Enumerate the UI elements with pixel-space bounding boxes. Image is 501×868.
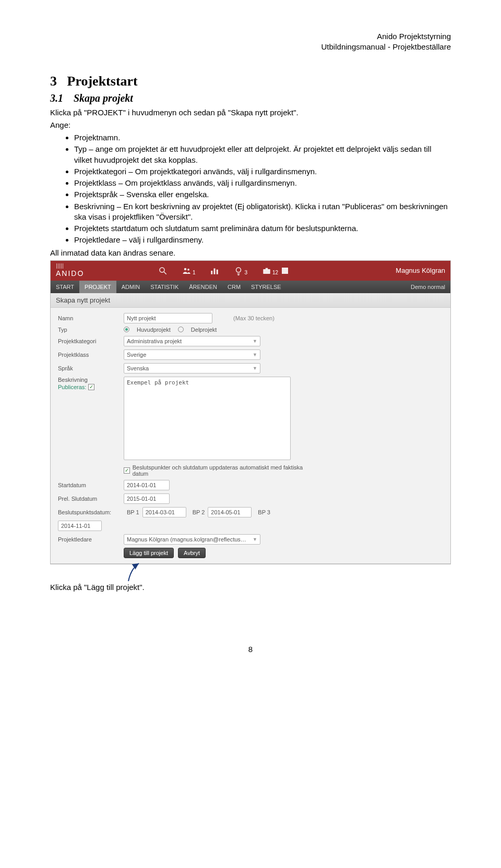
type-radio-del[interactable] bbox=[178, 327, 184, 332]
page-header: Anido Projektstyrning Utbildningsmanual … bbox=[50, 31, 451, 53]
desc-textarea[interactable] bbox=[124, 377, 291, 460]
toolbar-icons: 1 3 12 bbox=[158, 266, 290, 275]
list-item: Projektledare – välj i rullgardinsmeny. bbox=[74, 235, 451, 245]
auto-checkbox[interactable]: ✓ bbox=[124, 467, 130, 474]
nav-projekt[interactable]: PROJEKT bbox=[79, 281, 116, 293]
type-radio-huvud[interactable] bbox=[124, 327, 129, 332]
bp-label: Beslutspunktsdatum: bbox=[58, 509, 124, 515]
bp2-input[interactable] bbox=[208, 507, 252, 517]
svg-rect-10 bbox=[263, 269, 270, 274]
form-panel: Skapa nytt projekt Namn (Max 30 tecken) … bbox=[51, 293, 450, 564]
badge: 12 bbox=[272, 270, 278, 275]
nav-right-label: Demo normal bbox=[411, 284, 450, 290]
user-name[interactable]: Magnus Kölgran bbox=[396, 267, 445, 274]
end-date-input[interactable] bbox=[124, 493, 170, 504]
click-text: Klicka på "Lägg till projekt". bbox=[50, 582, 451, 593]
bp3-input[interactable] bbox=[58, 521, 102, 531]
briefcase-icon[interactable]: 12 bbox=[262, 266, 290, 275]
name-input[interactable] bbox=[124, 313, 212, 323]
badge: 3 bbox=[244, 270, 247, 275]
cat-value: Administrativa projekt bbox=[127, 338, 182, 344]
people-icon[interactable]: 1 bbox=[182, 266, 196, 275]
ange-label: Ange: bbox=[50, 120, 451, 130]
header-line-2: Utbildningsmanual - Projektbeställare bbox=[50, 42, 451, 52]
nav-crm[interactable]: CRM bbox=[222, 281, 246, 293]
lang-label: Språk bbox=[58, 365, 124, 371]
svg-rect-12 bbox=[282, 268, 288, 274]
pub-checkbox[interactable]: ✓ bbox=[88, 384, 94, 390]
pl-label: Projektledare bbox=[58, 536, 124, 542]
list-item: Beskrivning – En kort beskrivning av pro… bbox=[74, 201, 451, 223]
lang-select[interactable]: Svenska ▼ bbox=[124, 363, 260, 373]
end-label: Prel. Slutdatum bbox=[58, 496, 124, 502]
subsection-heading: 3.1 Skapa projekt bbox=[50, 92, 451, 104]
list-item: Projektklass – Om projektklass används, … bbox=[74, 178, 451, 188]
outro-para: All inmatad data kan ändras senare. bbox=[50, 248, 451, 258]
chevron-down-icon: ▼ bbox=[253, 352, 257, 357]
list-item: Projektets startdatum och slutdatum samt… bbox=[74, 223, 451, 234]
list-item: Typ – ange om projektet är ett huvudproj… bbox=[74, 144, 451, 165]
class-value: Sverige bbox=[127, 352, 146, 358]
auto-note: Beslutspunkter och slutdatum uppdateras … bbox=[133, 464, 315, 477]
class-label: Projektklass bbox=[58, 352, 124, 358]
main-nav: START PROJEKT ADMIN STATISTIK ÄRENDEN CR… bbox=[51, 281, 450, 293]
desc-label: Beskrivning bbox=[58, 377, 124, 383]
header-line-1: Anido Projektstyrning bbox=[50, 31, 451, 42]
svg-rect-11 bbox=[266, 268, 268, 269]
class-select[interactable]: Sverige ▼ bbox=[124, 349, 260, 360]
chevron-down-icon: ▼ bbox=[253, 339, 257, 344]
nav-admin[interactable]: ADMIN bbox=[116, 281, 145, 293]
nav-start[interactable]: START bbox=[51, 281, 79, 293]
svg-point-3 bbox=[187, 269, 189, 271]
start-label: Startdatum bbox=[58, 482, 124, 488]
search-icon[interactable] bbox=[158, 266, 168, 275]
cat-select[interactable]: Administrativa projekt ▼ bbox=[124, 336, 260, 346]
name-label: Namn bbox=[58, 315, 124, 321]
badge: 1 bbox=[193, 270, 196, 275]
annotation-arrow bbox=[50, 564, 451, 582]
section-heading: 3 Projektstart bbox=[50, 74, 451, 89]
cat-label: Projektkategori bbox=[58, 338, 124, 344]
pl-select[interactable]: Magnus Kölgran (magnus.kolgran@reflectus… bbox=[124, 534, 260, 545]
logo-text: ANIDO bbox=[56, 269, 84, 278]
bullet-list: Projektnamn. Typ – ange om projektet är … bbox=[50, 132, 451, 246]
page-number: 8 bbox=[50, 645, 451, 654]
svg-point-0 bbox=[160, 268, 164, 272]
list-item: Projektspråk – Svenska eller engelska. bbox=[74, 189, 451, 200]
svg-rect-4 bbox=[211, 271, 213, 274]
bp2-label: BP 2 bbox=[193, 509, 205, 515]
list-item: Projektkategori – Om projektkategori anv… bbox=[74, 166, 451, 177]
chevron-down-icon: ▼ bbox=[253, 537, 257, 542]
cancel-button[interactable]: Avbryt bbox=[178, 548, 206, 558]
bars-icon[interactable] bbox=[210, 266, 219, 275]
bp1-label: BP 1 bbox=[127, 509, 139, 515]
intro-para: Klicka på "PROJEKT" i huvudmenyn och sed… bbox=[50, 107, 451, 118]
svg-point-2 bbox=[184, 268, 187, 271]
svg-rect-5 bbox=[214, 268, 216, 274]
top-bar: ANIDO 1 3 12 bbox=[51, 261, 450, 281]
nav-styrelse[interactable]: STYRELSE bbox=[246, 281, 286, 293]
pub-label: Publiceras: bbox=[58, 384, 86, 390]
bp3-label: BP 3 bbox=[258, 509, 270, 515]
app-screenshot: ANIDO 1 3 12 bbox=[50, 260, 451, 564]
svg-rect-6 bbox=[217, 270, 218, 274]
start-date-input[interactable] bbox=[124, 480, 170, 490]
nav-arenden[interactable]: ÄRENDEN bbox=[184, 281, 222, 293]
logo-rays-icon bbox=[56, 263, 77, 269]
lang-value: Svenska bbox=[127, 365, 149, 371]
add-project-button[interactable]: Lägg till projekt bbox=[124, 548, 174, 558]
document-page: Anido Projektstyrning Utbildningsmanual … bbox=[0, 0, 501, 674]
logo[interactable]: ANIDO bbox=[56, 263, 84, 278]
chevron-down-icon: ▼ bbox=[253, 366, 257, 371]
pl-value: Magnus Kölgran (magnus.kolgran@reflectus… bbox=[127, 536, 246, 542]
svg-point-7 bbox=[236, 268, 241, 272]
nav-statistik[interactable]: STATISTIK bbox=[145, 281, 184, 293]
name-hint: (Max 30 tecken) bbox=[233, 315, 275, 321]
panel-title: Skapa nytt projekt bbox=[51, 293, 450, 308]
arrow-icon bbox=[123, 562, 154, 583]
list-item: Projektnamn. bbox=[74, 132, 451, 143]
type-opt2: Delprojekt bbox=[191, 327, 217, 333]
bp1-input[interactable] bbox=[142, 507, 186, 517]
type-opt1: Huvudprojekt bbox=[137, 327, 171, 333]
bulb-icon[interactable]: 3 bbox=[234, 266, 247, 275]
